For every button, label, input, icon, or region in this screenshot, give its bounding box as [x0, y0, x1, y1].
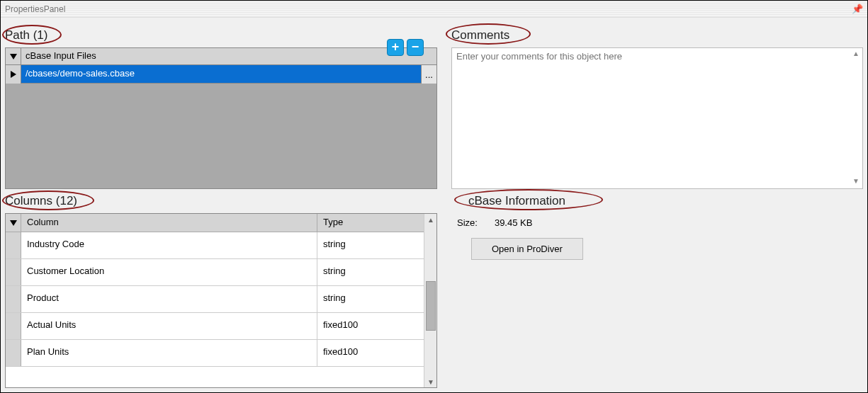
scroll-up-icon[interactable]: ▲: [424, 214, 437, 225]
row-selector[interactable]: [6, 340, 21, 366]
row-selector[interactable]: [6, 259, 21, 285]
properties-panel: PropertiesPanel 📌 + − Path (1) Comments …: [0, 0, 868, 393]
column-type-cell: fixed100: [317, 313, 424, 339]
comments-input[interactable]: [452, 48, 862, 188]
comments-heading: Comments: [451, 23, 863, 47]
cbase-info-heading: cBase Information: [451, 189, 863, 213]
cbase-info-heading-label: cBase Information: [468, 194, 565, 208]
panel-content: + − Path (1) Comments cBase Input Files: [1, 18, 867, 392]
column-name-cell: Actual Units: [21, 313, 317, 339]
path-cell[interactable]: /cbases/demo-sales.cbase: [21, 65, 421, 84]
comments-box: ▲ ▼: [451, 47, 863, 189]
scroll-up-icon[interactable]: ▲: [851, 50, 861, 59]
browse-button[interactable]: ...: [421, 65, 436, 84]
panel-title: PropertiesPanel: [5, 4, 65, 14]
table-row[interactable]: Actual Units fixed100: [6, 313, 424, 340]
column-type-cell: string: [317, 259, 424, 285]
size-value: 39.45 KB: [495, 217, 533, 228]
row-selector[interactable]: [6, 286, 21, 312]
columns-table: Column Type Industry Code string Custome…: [5, 213, 437, 388]
column-type-cell: fixed100: [317, 340, 424, 366]
columns-table-header: Column Type: [6, 214, 424, 232]
column-header-type[interactable]: Type: [317, 214, 424, 232]
column-type-cell: string: [317, 232, 424, 258]
row-selector[interactable]: [6, 313, 21, 339]
scroll-down-icon[interactable]: ▼: [851, 177, 861, 187]
select-all-icon[interactable]: [6, 214, 21, 232]
columns-container: Column Type Industry Code string Custome…: [5, 213, 437, 388]
cbase-info-section: Size: 39.45 KB Open in ProDiver: [451, 213, 863, 388]
column-type-cell: string: [317, 286, 424, 312]
panel-titlebar: PropertiesPanel 📌: [1, 1, 867, 18]
column-name-cell: Industry Code: [21, 232, 317, 258]
size-label: Size:: [457, 217, 478, 228]
path-heading-label: Path (1): [5, 28, 47, 42]
scroll-down-icon[interactable]: ▼: [424, 376, 437, 387]
size-row: Size: 39.45 KB: [457, 217, 860, 228]
columns-scrollbar[interactable]: ▲ ▼: [424, 214, 436, 387]
column-name-cell: Product: [21, 286, 317, 312]
path-row[interactable]: /cbases/demo-sales.cbase ...: [6, 65, 436, 84]
path-table: cBase Input Files /cbases/demo-sales.cba…: [5, 47, 437, 189]
table-row[interactable]: Product string: [6, 286, 424, 313]
pin-icon[interactable]: 📌: [852, 4, 863, 14]
open-in-prodiver-button[interactable]: Open in ProDiver: [471, 238, 583, 260]
scrollbar-thumb[interactable]: [426, 281, 436, 331]
column-name-cell: Plan Units: [21, 340, 317, 366]
table-row[interactable]: Customer Location string: [6, 259, 424, 286]
table-row[interactable]: Industry Code string: [6, 232, 424, 259]
column-name-cell: Customer Location: [21, 259, 317, 285]
path-heading: Path (1): [5, 23, 437, 47]
path-table-header: cBase Input Files: [6, 48, 436, 65]
path-header-label: cBase Input Files: [21, 48, 436, 64]
comments-heading-label: Comments: [451, 28, 509, 42]
columns-heading: Columns (12): [5, 189, 437, 213]
row-selector-icon[interactable]: [6, 65, 21, 84]
columns-heading-label: Columns (12): [5, 194, 77, 208]
select-all-icon[interactable]: [6, 48, 21, 64]
table-row[interactable]: Plan Units fixed100: [6, 340, 424, 367]
row-selector[interactable]: [6, 232, 21, 258]
column-header-name[interactable]: Column: [21, 214, 317, 232]
